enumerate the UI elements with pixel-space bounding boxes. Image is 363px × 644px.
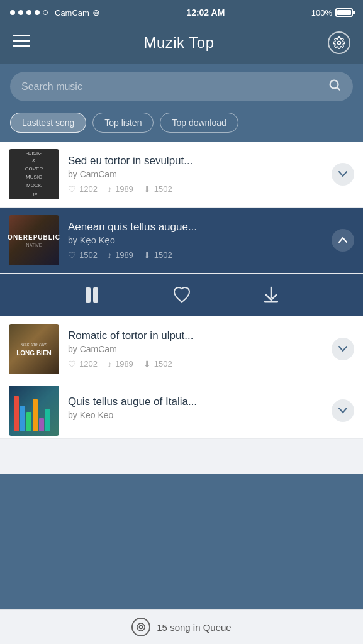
song-artist-2: by Kẹo Kẹo	[68, 235, 323, 245]
queue-label: 15 song in Queue	[157, 622, 231, 633]
battery-percent: 100%	[311, 8, 332, 18]
tabs-section: Lasttest song Top listen Top download	[0, 109, 363, 142]
status-bar: CamCam ⊛ 12:02 AM 100%	[0, 0, 363, 25]
heart-icon-2: ♡	[68, 250, 76, 260]
quis-bars	[9, 391, 55, 436]
song-info-4: Quis tellus augue of Italia... by Keo Ke…	[68, 396, 323, 425]
like-count: 1202	[79, 184, 98, 194]
wifi-icon: ⊛	[92, 8, 100, 18]
signal-dot-2	[18, 10, 23, 15]
song-list: -DISK- & COVER MUSIC MOCK _UP_ Sed eu to…	[0, 142, 363, 439]
signal-dot-4	[35, 10, 40, 15]
carrier-name: CamCam	[55, 8, 89, 18]
status-right: 100%	[311, 8, 353, 18]
svg-point-10	[137, 623, 145, 631]
song-thumbnail: -DISK- & COVER MUSIC MOCK _UP_	[9, 149, 59, 199]
download-count-2: 1502	[154, 250, 172, 260]
battery-icon	[335, 8, 353, 17]
song-stats-3: ♡ 1202 ♪ 1989 ⬇ 1502	[68, 359, 323, 369]
like-stat-3: ♡ 1202	[68, 359, 98, 369]
tab-top-download[interactable]: Top download	[160, 113, 238, 133]
svg-point-4	[330, 80, 338, 89]
tab-top-listen[interactable]: Top listen	[92, 113, 154, 133]
music-icon-3: ♪	[108, 359, 112, 369]
signal-dot-1	[10, 10, 15, 15]
song-artist: by CamCam	[68, 169, 323, 179]
heart-button[interactable]	[172, 285, 192, 305]
download-stat-2: ⬇ 1502	[143, 250, 172, 260]
download-count: 1502	[154, 184, 172, 194]
search-icon[interactable]	[328, 78, 342, 95]
app-title: Muzik Top	[143, 34, 214, 52]
search-input[interactable]	[21, 81, 321, 92]
pause-button[interactable]	[82, 285, 102, 305]
download-stat-3: ⬇ 1502	[143, 359, 172, 369]
listen-count: 1989	[115, 184, 133, 194]
listen-stat-3: ♪ 1989	[108, 359, 133, 369]
download-icon-3: ⬇	[143, 359, 151, 369]
heart-icon-3: ♡	[68, 359, 76, 369]
status-time: 12:02 AM	[186, 8, 225, 18]
expand-button-4[interactable]	[332, 399, 354, 422]
svg-rect-6	[86, 287, 91, 303]
song-thumbnail-2: ONEREPUBLIC NATIVE	[9, 215, 59, 265]
song-title-4: Quis tellus augue of Italia...	[68, 396, 323, 408]
song-item-4[interactable]: Quis tellus augue of Italia... by Keo Ke…	[0, 382, 363, 439]
song-item-playing[interactable]: ONEREPUBLIC NATIVE Aenean quis tellus au…	[0, 208, 363, 274]
like-count-3: 1202	[79, 359, 98, 369]
svg-point-9	[140, 625, 143, 628]
svg-rect-1	[13, 40, 30, 42]
song-item[interactable]: -DISK- & COVER MUSIC MOCK _UP_ Sed eu to…	[0, 142, 363, 208]
svg-line-5	[337, 87, 340, 90]
svg-point-3	[337, 42, 340, 45]
expand-button[interactable]	[332, 163, 354, 186]
search-section	[0, 64, 363, 109]
header: Muzik Top	[0, 25, 363, 64]
svg-rect-8	[264, 301, 278, 303]
svg-rect-0	[13, 35, 30, 36]
song-info: Sed eu tortor in sevulput... by CamCam ♡…	[68, 155, 323, 194]
song-item-3[interactable]: kiss the rain LONG BIEN Romatic of torto…	[0, 316, 363, 382]
battery-fill	[337, 10, 351, 15]
collapse-button[interactable]	[332, 229, 354, 252]
like-count-2: 1502	[79, 250, 98, 260]
listen-stat-2: ♪ 1989	[108, 250, 133, 260]
music-icon-2: ♪	[108, 250, 112, 260]
like-stat-2: ♡ 1502	[68, 250, 98, 260]
svg-rect-7	[93, 287, 98, 303]
song-stats-2: ♡ 1502 ♪ 1989 ⬇ 1502	[68, 250, 323, 260]
like-stat: ♡ 1202	[68, 184, 98, 194]
search-bar[interactable]	[10, 72, 353, 101]
song-info-2: Aenean quis tellus augue... by Kẹo Kẹo ♡…	[68, 221, 323, 260]
song-stats: ♡ 1202 ♪ 1989 ⬇ 1502	[68, 184, 323, 194]
song-artist-3: by CamCam	[68, 344, 323, 354]
queue-bar[interactable]: 15 song in Queue	[0, 609, 363, 644]
listen-stat: ♪ 1989	[108, 184, 133, 194]
svg-rect-2	[13, 45, 30, 47]
song-thumbnail-4	[9, 386, 59, 436]
download-stat: ⬇ 1502	[143, 184, 172, 194]
settings-button[interactable]	[328, 31, 350, 54]
music-icon: ♪	[108, 184, 112, 194]
menu-icon[interactable]	[13, 35, 30, 51]
song-title-2: Aenean quis tellus augue...	[68, 221, 323, 233]
expand-button-3[interactable]	[332, 338, 354, 360]
song-info-3: Romatic of tortor in ulput... by CamCam …	[68, 330, 323, 369]
song-title: Sed eu tortor in sevulput...	[68, 155, 323, 167]
listen-count-2: 1989	[115, 250, 133, 260]
listen-count-3: 1989	[115, 359, 133, 369]
song-thumbnail-3: kiss the rain LONG BIEN	[9, 324, 59, 374]
download-icon: ⬇	[143, 184, 151, 194]
signal-dot-5	[43, 10, 48, 15]
download-count-3: 1502	[154, 359, 172, 369]
song-artist-4: by Keo Keo	[68, 410, 323, 420]
download-icon-2: ⬇	[143, 250, 151, 260]
queue-icon	[131, 618, 150, 636]
song-title-3: Romatic of tortor in ulput...	[68, 330, 323, 342]
heart-icon: ♡	[68, 184, 76, 194]
status-left: CamCam ⊛	[10, 8, 100, 18]
signal-dot-3	[26, 10, 31, 15]
now-playing-bar	[0, 274, 363, 316]
tab-lasttest-song[interactable]: Lasttest song	[10, 113, 86, 133]
download-button[interactable]	[261, 285, 281, 305]
